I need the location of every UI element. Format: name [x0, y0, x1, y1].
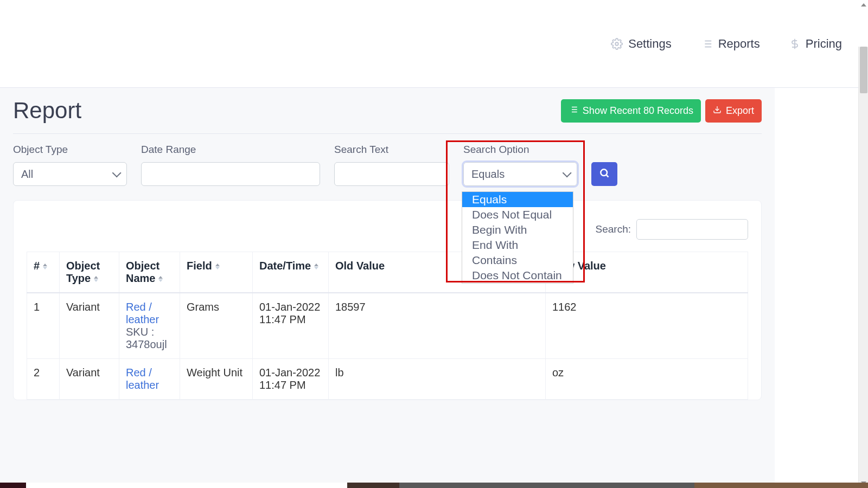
object-name-sub: SKU : 3478oujl [126, 326, 167, 350]
list-icon [569, 105, 578, 117]
option-begin-with[interactable]: Begin With [462, 222, 573, 237]
svg-point-15 [601, 169, 607, 176]
filter-object-type: Object Type All [13, 144, 127, 186]
cell-type: Variant [60, 293, 119, 359]
taskbar-sliver [0, 483, 868, 488]
filter-row: Object Type All Date Range Search Text S… [13, 144, 762, 186]
scroll-up-icon [861, 3, 866, 7]
cell-name: Red / leather SKU : 3478oujl [119, 293, 180, 359]
cell-num: 2 [27, 359, 60, 400]
date-range-label: Date Range [141, 144, 320, 156]
col-object-type[interactable]: Object Type [60, 252, 119, 293]
page-body: Report Show Recent 80 Records Export Obj… [0, 88, 775, 488]
report-card: Search: # Object Type Object Name Field … [13, 200, 762, 400]
object-type-select[interactable]: All [13, 162, 127, 186]
filter-date-range: Date Range [141, 144, 320, 186]
scrollbar-thumb[interactable] [860, 47, 867, 93]
filter-submit [591, 144, 617, 186]
table-row: 1 Variant Red / leather SKU : 3478oujl G… [27, 293, 748, 359]
object-type-label: Object Type [13, 144, 127, 156]
export-button[interactable]: Export [705, 99, 762, 123]
date-range-input[interactable] [141, 162, 320, 186]
nav-pricing-label: Pricing [806, 37, 842, 51]
report-table: # Object Type Object Name Field Date/Tim… [27, 252, 748, 400]
nav-settings-label: Settings [628, 37, 672, 51]
option-end-with[interactable]: End With [462, 237, 573, 253]
cell-new: oz [546, 359, 748, 400]
cell-new: 1162 [546, 293, 748, 359]
search-button[interactable] [591, 162, 617, 186]
page-title: Report [13, 98, 81, 124]
list-icon [701, 38, 713, 50]
table-search-input[interactable] [636, 219, 748, 240]
col-field[interactable]: Field [180, 252, 253, 293]
cell-old: lb [329, 359, 546, 400]
cell-name: Red / leather [119, 359, 180, 400]
nav-reports-label: Reports [718, 37, 760, 51]
object-name-link[interactable]: Red / leather [126, 367, 159, 391]
search-text-label: Search Text [334, 144, 449, 156]
sort-icon [158, 276, 163, 282]
show-recent-button[interactable]: Show Recent 80 Records [561, 99, 701, 123]
chevron-down-icon [112, 168, 122, 177]
col-new-value[interactable]: New Value [546, 252, 748, 293]
svg-line-16 [607, 175, 609, 177]
vertical-scrollbar[interactable] [858, 47, 868, 488]
cell-field: Weight Unit [180, 359, 253, 400]
svg-point-0 [615, 42, 618, 46]
col-num[interactable]: # [27, 252, 60, 293]
filter-search-text: Search Text [334, 144, 449, 186]
cell-datetime: 01-Jan-202211:47 PM [253, 359, 329, 400]
object-type-value: All [21, 168, 33, 181]
table-header-row: # Object Type Object Name Field Date/Tim… [27, 252, 748, 293]
option-does-not-contain[interactable]: Does Not Contain [462, 268, 573, 283]
col-datetime[interactable]: Date/Time [253, 252, 329, 293]
search-text-input[interactable] [334, 162, 449, 186]
cell-num: 1 [27, 293, 60, 359]
page-header: Report Show Recent 80 Records Export [13, 98, 762, 124]
nav-settings[interactable]: Settings [611, 37, 672, 51]
cell-old: 18597 [329, 293, 546, 359]
sort-icon [94, 276, 98, 282]
nav-reports[interactable]: Reports [701, 37, 760, 51]
chevron-down-icon [563, 168, 572, 177]
divider [13, 133, 762, 134]
top-nav: Settings Reports Pricing [0, 0, 868, 88]
search-option-value: Equals [471, 168, 505, 181]
table-search-row: Search: [27, 219, 748, 240]
gear-icon [611, 38, 623, 50]
cell-type: Variant [60, 359, 119, 400]
search-option-select[interactable]: Equals [463, 162, 577, 186]
cell-field: Grams [180, 293, 253, 359]
table-row: 2 Variant Red / leather Weight Unit 01-J… [27, 359, 748, 400]
download-icon [713, 105, 722, 117]
nav-pricing[interactable]: Pricing [789, 37, 842, 51]
show-recent-label: Show Recent 80 Records [583, 105, 693, 117]
cell-datetime: 01-Jan-202211:47 PM [253, 293, 329, 359]
option-does-not-equal[interactable]: Does Not Equal [462, 207, 573, 222]
option-contains[interactable]: Contains [462, 253, 573, 268]
dollar-icon [789, 38, 800, 49]
export-label: Export [726, 105, 754, 117]
option-equals[interactable]: Equals [462, 192, 573, 207]
header-actions: Show Recent 80 Records Export [561, 99, 762, 123]
filter-search-option: Search Option Equals [463, 144, 577, 186]
search-option-label: Search Option [463, 144, 577, 156]
col-object-name[interactable]: Object Name [119, 252, 180, 293]
search-option-dropdown[interactable]: Equals Does Not Equal Begin With End Wit… [462, 191, 573, 284]
search-icon [599, 168, 610, 181]
table-search-label: Search: [596, 223, 631, 235]
sort-icon [43, 264, 47, 269]
object-name-link[interactable]: Red / leather [126, 301, 159, 325]
sort-icon [215, 264, 220, 269]
sort-icon [314, 264, 318, 269]
